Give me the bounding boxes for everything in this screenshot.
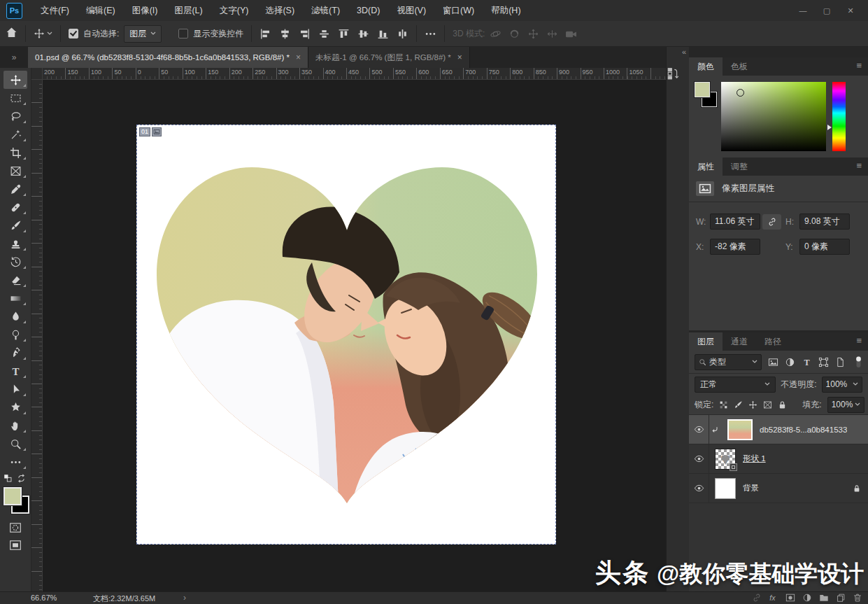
close-button[interactable]: ✕ (839, 0, 862, 21)
filter-toggle-icon[interactable] (855, 356, 862, 368)
align-center-h-icon[interactable] (279, 28, 291, 40)
layers-tab-0[interactable]: 图层 (689, 332, 723, 351)
menu-item-10[interactable]: 帮助(H) (483, 0, 529, 21)
lock-artboard-icon[interactable] (763, 400, 772, 409)
more-align-options-icon[interactable] (425, 28, 436, 40)
align-top-icon[interactable] (338, 28, 350, 40)
document-tab-1[interactable]: 未标题-1 @ 66.7% (图层 1, RGB/8#) *× (308, 47, 470, 68)
filter-shape-layers-icon[interactable] (818, 357, 829, 367)
auto-select-checkbox[interactable] (69, 29, 78, 38)
panel-menu-icon[interactable]: ≡ (856, 57, 868, 76)
y-field[interactable]: 0 像素 (799, 239, 850, 255)
lasso-tool[interactable] (3, 107, 27, 125)
current-tool-badge[interactable] (34, 28, 52, 39)
foreground-color-swatch[interactable] (695, 82, 710, 97)
menu-item-1[interactable]: 编辑(E) (78, 0, 124, 21)
blend-mode-dropdown[interactable]: 正常 (695, 377, 776, 393)
layer-visibility-eye-icon[interactable] (689, 444, 709, 473)
menu-item-6[interactable]: 滤镜(T) (303, 0, 348, 21)
layers-tab-2[interactable]: 路径 (756, 332, 790, 351)
layer-filter-dropdown[interactable]: 类型 (695, 354, 762, 370)
height-field[interactable]: 9.08 英寸 (799, 213, 850, 230)
layer-thumbnail[interactable]: ♥ (715, 449, 736, 470)
ruler-corner[interactable] (31, 68, 43, 80)
document-tab-0[interactable]: 01.psd @ 66.7% (db5283f8-5130-4f68-8b5b-… (28, 47, 308, 68)
menu-item-9[interactable]: 窗口(W) (434, 0, 483, 21)
link-dimensions-button[interactable] (762, 214, 781, 230)
align-middle-icon[interactable] (357, 28, 369, 40)
path-select-tool[interactable] (3, 380, 27, 398)
type-tool[interactable]: T (3, 362, 27, 380)
layer-visibility-eye-icon[interactable] (689, 415, 709, 444)
tab-close-icon[interactable]: × (296, 52, 301, 62)
layer-row-0[interactable]: db5283f8-5...a0b841533 (689, 415, 868, 444)
vertical-ruler[interactable] (31, 79, 43, 591)
shape-tool[interactable] (3, 398, 27, 416)
panel-menu-icon[interactable]: ≡ (856, 157, 868, 176)
filter-adjustment-layers-icon[interactable] (785, 357, 795, 367)
properties-tab-0[interactable]: 属性 (689, 157, 723, 176)
layer-thumbnail[interactable] (727, 419, 753, 440)
edit-toolbar-button[interactable] (3, 453, 27, 471)
menu-item-0[interactable]: 文件(F) (32, 0, 78, 21)
pen-tool[interactable] (3, 344, 27, 362)
tab-close-icon[interactable]: × (457, 52, 462, 62)
magic-wand-tool[interactable] (3, 125, 27, 143)
layer-style-icon[interactable]: fx (769, 593, 778, 603)
color-tab-0[interactable]: 颜色 (689, 57, 723, 76)
new-group-icon[interactable] (819, 593, 829, 603)
marquee-tool[interactable] (3, 89, 27, 107)
hue-pointer[interactable] (827, 125, 832, 130)
filter-type-layers-icon[interactable]: T (802, 357, 812, 367)
lock-position-icon[interactable] (748, 400, 757, 409)
move-tool[interactable] (3, 71, 27, 89)
lock-paint-icon[interactable] (734, 400, 743, 409)
distribute-v-icon[interactable] (397, 28, 408, 40)
zoom-tool[interactable] (3, 435, 27, 453)
filter-smart-objects-icon[interactable] (835, 357, 846, 367)
layer-visibility-eye-icon[interactable] (689, 474, 709, 503)
home-icon[interactable] (6, 27, 17, 41)
add-layer-mask-icon[interactable] (785, 593, 795, 603)
clone-stamp-tool[interactable] (3, 234, 27, 253)
color-field[interactable] (721, 82, 826, 151)
history-panel-icon[interactable] (667, 67, 679, 80)
lock-all-icon[interactable] (778, 400, 787, 409)
maximize-button[interactable]: ▢ (815, 0, 839, 21)
new-adjustment-layer-icon[interactable] (802, 593, 812, 603)
align-bottom-icon[interactable] (377, 28, 389, 40)
align-left-icon[interactable] (259, 28, 271, 40)
fill-field[interactable]: 100% (827, 397, 865, 413)
horizontal-ruler[interactable]: 2001501005005010015020025030035040045050… (42, 68, 666, 80)
layer-row-2[interactable]: 背景 (689, 474, 868, 503)
screen-mode-icon[interactable] (9, 539, 22, 552)
menu-item-7[interactable]: 3D(D) (348, 0, 388, 21)
status-expand-icon[interactable]: › (183, 593, 186, 603)
opacity-field[interactable]: 100% (822, 377, 862, 393)
swap-colors-icon[interactable] (17, 474, 26, 483)
menu-item-4[interactable]: 文字(Y) (211, 0, 257, 21)
gradient-tool[interactable] (3, 289, 27, 307)
distribute-h-icon[interactable] (318, 28, 330, 40)
color-marker[interactable] (737, 89, 744, 97)
menu-item-5[interactable]: 选择(S) (257, 0, 303, 21)
eyedropper-tool[interactable] (3, 180, 27, 198)
collapse-panels-icon[interactable]: « (667, 47, 690, 56)
menu-item-3[interactable]: 图层(L) (166, 0, 211, 21)
frame-tool[interactable] (3, 162, 27, 180)
show-transform-checkbox[interactable] (178, 29, 188, 38)
dodge-tool[interactable] (3, 325, 27, 344)
properties-tab-1[interactable]: 调整 (723, 157, 756, 176)
healing-brush-tool[interactable] (3, 198, 27, 216)
menu-item-2[interactable]: 图像(I) (124, 0, 166, 21)
default-colors-icon[interactable] (3, 474, 13, 483)
zoom-level[interactable]: 66.67% (31, 594, 57, 602)
layers-tab-1[interactable]: 通道 (723, 332, 756, 351)
hue-slider[interactable] (832, 82, 846, 151)
minimize-button[interactable]: — (791, 0, 815, 21)
layer-thumbnail[interactable] (715, 478, 736, 499)
eraser-tool[interactable] (3, 271, 27, 289)
quick-mask-icon[interactable] (9, 521, 22, 534)
blur-tool[interactable] (3, 307, 27, 325)
crop-tool[interactable] (3, 143, 27, 162)
